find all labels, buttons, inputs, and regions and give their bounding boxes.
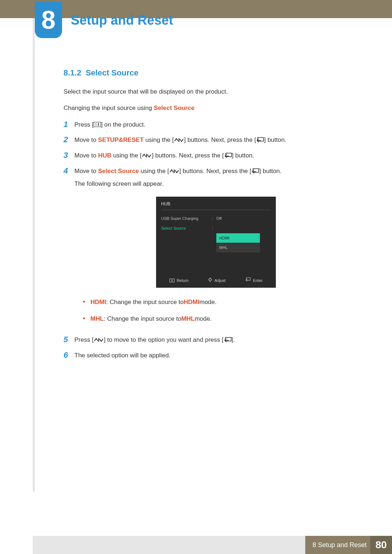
osd-footer: Return Adjust Enter <box>156 274 276 288</box>
up-down-icon <box>94 337 104 342</box>
section-number: 8.1.2 <box>64 68 81 77</box>
osd-footer-enter: Enter <box>245 277 262 284</box>
options-bullets: HDMI: Change the input source to HDMI mo… <box>83 296 358 325</box>
step-number: 3 <box>64 151 74 160</box>
step-4-line2: The following screen will appear. <box>74 179 358 189</box>
footer-spacer <box>33 536 305 554</box>
step-1: 1 Press [] on the product. <box>64 120 358 130</box>
osd-divider <box>161 210 271 210</box>
osd-row-select-source: Select Source : <box>156 223 276 233</box>
up-down-icon <box>174 138 184 143</box>
step-3: 3 Move to HUB using the [] buttons. Next… <box>64 151 358 161</box>
step-body: Press [] to move to the option you want … <box>74 335 358 345</box>
enter-icon <box>224 153 232 159</box>
osd-footer-return: Return <box>170 277 189 284</box>
select-source-em: Select Source <box>98 168 139 175</box>
osd-title: HUB <box>156 197 276 210</box>
osd-footer-adjust: Adjust <box>208 277 226 284</box>
step-number: 2 <box>64 135 74 144</box>
menu-icon <box>170 279 175 282</box>
step-4: 4 Move to Select Source using the [] but… <box>64 166 358 330</box>
step-body: Move to Select Source using the [] butto… <box>74 166 358 330</box>
page-number: 80 <box>370 536 392 554</box>
step-number: 1 <box>64 120 74 129</box>
enter-icon <box>251 168 259 174</box>
step-2: 2 Move to SETUP&RESET using the [] butto… <box>64 135 358 145</box>
subhead: Changing the input source using Select S… <box>64 104 358 112</box>
up-down-icon <box>169 169 179 174</box>
page-content: 8.1.2Select Source Select the input sour… <box>64 68 358 366</box>
intro-text: Select the input source that will be dis… <box>64 87 358 97</box>
subhead-prefix: Changing the input source using <box>64 104 154 111</box>
osd-label: USB Super Charging <box>161 215 212 222</box>
chapter-number: 8 <box>41 5 56 34</box>
step-number: 6 <box>64 350 74 360</box>
step-number: 4 <box>64 166 74 176</box>
enter-icon <box>256 137 264 143</box>
step-6: 6 The selected option will be applied. <box>64 350 358 361</box>
bullet-mhl: MHL: Change the input source to MHL mode… <box>83 313 358 325</box>
hub-em: HUB <box>98 152 111 159</box>
step-body: Press [] on the product. <box>74 120 358 130</box>
subhead-em: Select Source <box>154 104 195 111</box>
up-down-icon <box>142 153 152 158</box>
enter-icon <box>245 277 251 284</box>
adjust-icon <box>208 277 212 284</box>
osd-option-mhl: MHL <box>216 243 260 253</box>
setup-reset-em: SETUP&RESET <box>98 136 144 143</box>
osd-label: Select Source <box>161 225 212 232</box>
steps-list: 1 Press [] on the product. 2 Move to SET… <box>64 120 358 361</box>
footer-chapter-label: 8 Setup and Reset <box>305 536 370 554</box>
step-5: 5 Press [] to move to the option you wan… <box>64 335 358 345</box>
enter-icon <box>224 337 232 343</box>
section-heading: 8.1.2Select Source <box>64 68 358 78</box>
left-margin-stripe <box>33 18 35 492</box>
chapter-tab: 8 <box>35 2 62 38</box>
osd-dropdown: HDMI MHL <box>216 233 260 253</box>
page-footer: 8 Setup and Reset 80 <box>0 536 392 554</box>
osd-screenshot: HUB USB Super Charging : Off Select Sour… <box>156 197 276 288</box>
chapter-title: Setup and Reset <box>71 13 173 28</box>
step-body: Move to SETUP&RESET using the [] buttons… <box>74 135 358 145</box>
osd-value: Off <box>216 215 271 222</box>
step-number: 5 <box>64 335 74 344</box>
step-body: Move to HUB using the [] buttons. Next, … <box>74 151 358 161</box>
section-title: Select Source <box>86 68 139 77</box>
menu-icon <box>94 122 101 127</box>
osd-option-hdmi: HDMI <box>216 233 260 243</box>
bullet-hdmi: HDMI: Change the input source to HDMI mo… <box>83 296 358 308</box>
osd-row-usb: USB Super Charging : Off <box>156 214 276 223</box>
step-body: The selected option will be applied. <box>74 350 358 361</box>
